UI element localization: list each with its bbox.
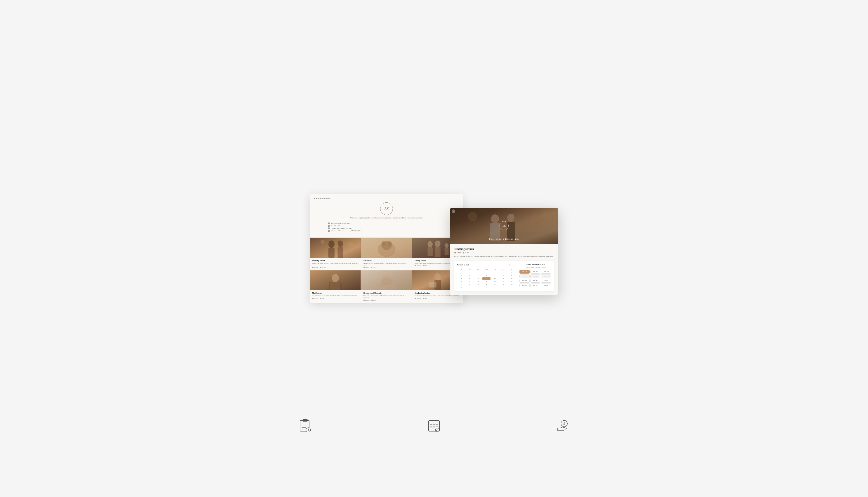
time-slots-timezone: (GMT-5:00) America/Monterey, Timezone [519,267,551,268]
cal-day[interactable]: 14 [499,277,507,280]
duration-tag: 6-hour [454,252,461,254]
svg-rect-50 [430,425,432,426]
cal-day[interactable]: 8 [508,274,516,277]
price-pet: $350 [371,267,376,268]
cal-day[interactable] [482,271,490,274]
social-dot [326,198,327,199]
next-month-button[interactable]: › [513,264,516,266]
cal-day[interactable] [508,286,516,288]
cal-day[interactable]: 17 [465,280,474,283]
time-slot[interactable]: 6:00 PM [541,279,551,282]
clock-icon [415,298,416,299]
cal-day[interactable]: 28 [499,283,507,286]
price-wedding: $1,000 [320,267,326,268]
cal-day[interactable]: 22 [508,280,516,283]
cal-day[interactable]: 29 [508,283,516,286]
cal-week-3: 9 10 11 12 13 14 15 [457,277,516,280]
cal-day[interactable]: 27 [491,283,499,286]
time-slot[interactable]: 8:30 PM [530,283,541,287]
session-info-wedding: Wedding Session Capture your special day… [310,257,361,270]
time-slot[interactable]: 9:30 AM [530,270,541,273]
cal-day[interactable]: 11 [474,277,482,280]
session-title-wedding: Wedding Session [312,259,359,261]
clock-tag-icon [454,252,456,253]
cal-day[interactable] [482,286,490,288]
cal-day[interactable] [491,271,499,274]
cal-day[interactable]: 19 [482,280,490,283]
cal-day[interactable]: 23 [457,283,465,286]
duration-wedding: 4 Hours [312,267,318,268]
cal-day[interactable]: 13 [491,277,499,280]
cal-day[interactable]: 5 [482,274,490,277]
day-sun: Sun [457,268,465,270]
clock-icon [363,300,365,301]
cal-day[interactable] [499,271,507,274]
booking-modal: × RK Please select a date and time. Wedd… [450,208,558,295]
cal-day[interactable]: 9 [457,277,465,280]
svg-rect-16 [435,247,440,257]
cal-day[interactable]: 10 [465,277,474,280]
time-slot[interactable]: 9:00 PM [541,283,551,287]
cal-day[interactable]: 18 [474,280,482,283]
cal-day[interactable] [491,286,499,288]
svg-rect-51 [433,425,435,426]
cal-day[interactable]: 3 [465,274,474,277]
session-card-mini[interactable]: Mini Session Our mini session is a 30-mi… [310,270,361,303]
cal-day[interactable]: 21 [499,280,507,283]
calendar-check-icon [426,418,442,434]
svg-rect-53 [430,427,432,429]
svg-rect-54 [433,427,435,429]
address-icon [328,230,330,231]
day-tue: Tue [474,268,482,270]
cal-day[interactable]: 1 [508,271,516,274]
cal-day[interactable]: 25 [474,283,482,286]
time-slot[interactable]: 11:00 AM [530,274,541,278]
calendar-grid: Sun Mon Tue Wed Thu Fri Sat [457,268,516,288]
cal-day[interactable]: 20 [491,280,499,283]
email-icon [328,227,330,229]
time-slot[interactable]: 5:30 PM [530,279,541,282]
time-slot[interactable]: 10:00 AM [519,274,530,278]
session-card-wedding[interactable]: Wedding Session Capture your special day… [310,238,361,270]
cal-day[interactable]: 4 [474,274,482,277]
session-meta-graduation: 2 Hours $450 [415,298,461,299]
calendar-container: November 2025 ‹ › Sun Mon Tue Wed Thu [454,261,554,291]
session-card-pet[interactable]: Pet Session Capture your pet's personali… [361,238,412,270]
cal-day[interactable]: 6 [491,274,499,277]
cal-week-5: 23 24 25 26 27 28 29 [457,283,516,286]
cal-day[interactable]: 15 [508,277,516,280]
prev-month-button[interactable]: ‹ [509,264,512,266]
close-button[interactable]: × [452,210,455,213]
time-slot[interactable]: 9:00 AM [519,270,530,273]
session-card-newborn[interactable]: Newborn and Maternity Book your 2-hour N… [361,270,412,303]
payment-icon-item: $ [555,418,571,434]
cal-day[interactable] [465,286,474,288]
cal-day[interactable] [474,286,482,288]
cal-day[interactable]: 16 [457,280,465,283]
cal-day[interactable]: 2 [457,274,465,277]
time-slot[interactable]: 8:00 PM [519,283,530,287]
time-slot[interactable]: 5:00 PM [519,279,530,282]
cal-day[interactable]: 7 [499,274,507,277]
time-slot[interactable]: 11:00 AM [541,274,551,278]
time-slot-row: 9:00 AM 9:30 AM 10:00 AM [519,270,551,273]
session-info-newborn: Newborn and Maternity Book your 2-hour N… [361,290,412,303]
cal-day-selected[interactable]: 12 [482,277,490,280]
calendar-weeks: 1 2 3 4 5 6 7 8 [457,271,516,288]
svg-point-5 [321,240,325,244]
cal-day[interactable]: 30 [457,286,465,288]
modal-body: Wedding Session 6-hour $1,000 Capture yo… [450,244,558,295]
cal-day[interactable] [465,271,474,274]
time-slot[interactable]: 10:00 AM [541,270,551,273]
session-desc-pet: Capture your pet's personality in a fun … [363,262,410,266]
cal-day[interactable]: 26 [482,283,490,286]
svg-point-28 [434,273,441,280]
welcome-text: Welcome to my booking site. Please book … [314,217,459,219]
cal-day[interactable] [457,271,465,274]
duration-graduation: 2 Hours [415,298,421,299]
cal-day[interactable]: 24 [465,283,474,286]
cal-week-4: 16 17 18 19 20 21 22 [457,280,516,283]
cal-day[interactable] [474,271,482,274]
cal-day[interactable] [499,286,507,288]
duration-newborn: 2 Hours [363,300,369,301]
